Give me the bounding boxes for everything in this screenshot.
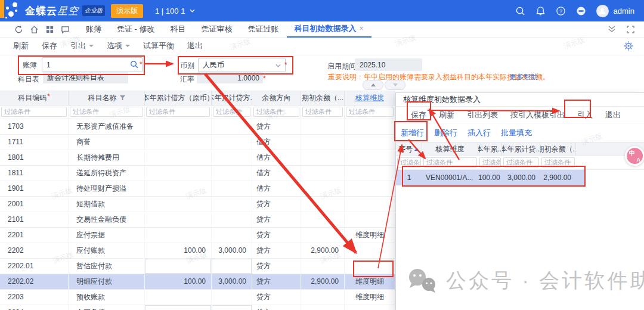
cell-opening-balance[interactable]: 2,900.00	[301, 274, 345, 289]
username[interactable]: admin	[614, 7, 634, 16]
filter-cell[interactable]: 过滤条件	[345, 106, 395, 119]
cell-balance-direction[interactable]: 借方	[252, 135, 301, 150]
cell-balance-direction[interactable]: 贷方	[252, 305, 301, 310]
table-row[interactable]: 2201 应付票据 贷方 维度明细	[0, 228, 395, 243]
tab-initial-data-entry[interactable]: 科目初始数据录入 ×	[287, 21, 371, 38]
cell-seq[interactable]: 1	[396, 170, 422, 185]
cell-account-code[interactable]: 2204	[0, 305, 69, 310]
cell-account-name[interactable]: 待处理财产损溢	[69, 181, 145, 196]
cell-account-code[interactable]: 1811	[0, 166, 69, 181]
cell-ytd-debit[interactable]	[145, 119, 212, 134]
cell-ytd-debit[interactable]: 100.00	[145, 274, 212, 289]
filter-cell[interactable]: 过滤条件	[212, 106, 252, 119]
cell-opening-balance[interactable]	[301, 228, 345, 243]
tab-ledger[interactable]: 账簿	[78, 21, 109, 37]
chat-icon[interactable]	[61, 25, 70, 34]
currency-select[interactable]: 人民币	[198, 58, 286, 72]
cell-account-name[interactable]: 递延所得税资产	[69, 166, 145, 181]
cell-account-name[interactable]: 预收账款	[69, 290, 145, 305]
magnifier-icon[interactable]	[130, 60, 138, 69]
tab-accounts[interactable]: 科目	[163, 21, 194, 37]
tab-voucher-post[interactable]: 凭证过账	[240, 21, 287, 37]
cell-ytd-debit[interactable]	[145, 212, 212, 227]
cell-ytd-credit[interactable]	[212, 212, 252, 227]
cell-opening-balance[interactable]	[301, 259, 345, 274]
options-button[interactable]: 选项	[107, 41, 130, 51]
cell-account-name[interactable]: 商誉	[69, 135, 145, 150]
row-up-button[interactable]	[363, 80, 383, 90]
cell-account-name[interactable]: 应付票据	[69, 228, 145, 243]
dimension-detail-link[interactable]: 维度明细	[345, 228, 395, 243]
cell-ytd-credit[interactable]	[212, 290, 252, 305]
table-row[interactable]: 2202 应付账款 100.00 3,000.00 贷方 2,900.00	[0, 243, 395, 259]
cell-opening-balance[interactable]	[301, 150, 345, 165]
cell-ytd-debit[interactable]	[145, 197, 212, 212]
cell-ytd-debit[interactable]: 100.00	[145, 243, 212, 258]
panel-export-template-button[interactable]: 按引入模板引出	[510, 110, 565, 120]
refresh-button[interactable]: 刷新	[13, 41, 29, 51]
panel-refresh-button[interactable]: 刷新	[439, 110, 454, 120]
cell-account-name[interactable]: 短期借款	[69, 197, 145, 212]
cell-ytd-debit[interactable]	[145, 166, 212, 181]
cell-ytd-debit[interactable]	[145, 135, 212, 150]
filter-cell[interactable]: 过滤条件	[396, 156, 422, 169]
cell-account-code[interactable]: 1901	[0, 181, 69, 196]
collapse-icon[interactable]	[608, 26, 616, 33]
cell-balance-direction[interactable]: 贷方	[252, 119, 301, 134]
table-row[interactable]: 2101 交易性金融负债 贷方	[0, 212, 395, 228]
tab-voucher-edit[interactable]: 凭证 - 修改	[109, 21, 163, 37]
sync-icon[interactable]	[14, 25, 23, 34]
dimension-detail-link[interactable]: 维度明细	[345, 274, 395, 289]
cell-balance-direction[interactable]: 借方	[252, 166, 301, 181]
cell-account-code[interactable]: 2202.01	[0, 259, 69, 274]
col-dimension[interactable]: 核算维度	[345, 91, 395, 105]
table-row[interactable]: 2202.02 明细应付款 100.00 3,000.00 贷方 2,900.0…	[0, 274, 395, 290]
cell-balance-direction[interactable]: 贷方	[252, 274, 301, 289]
search-icon[interactable]	[515, 6, 525, 16]
save-button[interactable]: 保存	[42, 41, 57, 51]
cell-account-name[interactable]: 暂估应付款	[69, 259, 145, 274]
cell-account-code[interactable]: 2201	[0, 228, 69, 243]
cell-ytd-credit[interactable]	[212, 259, 252, 274]
table-row[interactable]: 1811 递延所得税资产 借方	[0, 166, 395, 181]
cell-account-name[interactable]: 无形资产减值准备	[69, 119, 145, 134]
cell-balance-direction[interactable]: 借方	[252, 181, 301, 196]
cell-ytd-debit[interactable]	[145, 290, 212, 305]
filter-cell[interactable]: 过滤条件	[0, 106, 69, 119]
cell-ytd-debit[interactable]	[145, 228, 212, 243]
cell-opening-balance[interactable]	[301, 181, 345, 196]
filter-cell[interactable]: 过滤条件	[69, 106, 145, 119]
delete-row-button[interactable]: 删除行	[434, 128, 457, 138]
filter-icon[interactable]	[120, 95, 125, 101]
bell-icon[interactable]	[535, 6, 546, 16]
cell-account-name[interactable]: 应付账款	[69, 243, 145, 258]
cell-ytd-debit[interactable]	[145, 305, 212, 310]
cell-ytd-credit[interactable]: 3,000.00	[212, 243, 252, 258]
cell-account-code[interactable]: 2001	[0, 197, 69, 212]
panel-export-list-button[interactable]: 引出列表	[467, 110, 498, 120]
filter-cell[interactable]: 过滤条件	[478, 156, 502, 169]
gear-icon[interactable]	[624, 41, 633, 51]
filter-cell[interactable]: 过滤条件	[301, 106, 345, 119]
cell-ytd-debit[interactable]	[145, 150, 212, 165]
avatar[interactable]	[596, 5, 609, 17]
filter-cell[interactable]: 过滤条件	[502, 156, 540, 169]
exit-button[interactable]: 退出	[187, 41, 203, 51]
cell-balance-direction[interactable]: 贷方	[252, 290, 301, 305]
table-row[interactable]: 2204 合同负债 贷方	[0, 305, 395, 310]
trial-balance-button[interactable]: 试算平衡	[143, 41, 174, 51]
cell-opening-balance[interactable]: 2,900.00	[540, 170, 576, 185]
cell-opening-balance[interactable]	[301, 212, 345, 227]
cell-account-code[interactable]: 2101	[0, 212, 69, 227]
cell-ytd-credit[interactable]	[212, 150, 252, 165]
row-down-button[interactable]	[385, 80, 405, 90]
table-row[interactable]: 1801 长期待摊费用 借方	[0, 150, 395, 166]
dimension-detail-link[interactable]: 维度明细	[345, 290, 395, 305]
cell-account-code[interactable]: 2203	[0, 290, 69, 305]
cell-balance-direction[interactable]: 借方	[252, 150, 301, 165]
cell-ytd-debit[interactable]	[145, 259, 212, 274]
batch-fill-button[interactable]: 批量填充	[501, 128, 532, 138]
cell-balance-direction[interactable]: 贷方	[252, 228, 301, 243]
cell-dimension[interactable]: VEN00001/A...	[422, 170, 478, 185]
cell-account-name[interactable]: 明细应付款	[69, 274, 145, 289]
